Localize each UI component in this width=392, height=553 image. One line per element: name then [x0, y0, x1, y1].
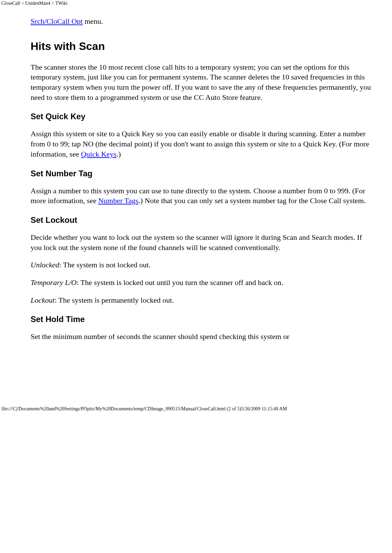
heading-set-hold-time: Set Hold Time	[31, 315, 374, 324]
lockout-permanent-line: Lockout: The system is permanently locke…	[31, 295, 374, 305]
unlocked-label: Unlocked	[31, 261, 59, 269]
lockout-unlocked-line: Unlocked: The system is not locked out.	[31, 260, 374, 270]
intro-line: Srch/CloCall Opt menu.	[31, 16, 374, 26]
set-quick-key-para: Assign this system or site to a Quick Ke…	[31, 129, 374, 159]
heading-set-lockout: Set Lockout	[31, 215, 374, 225]
number-tag-text-after: .) Note that you can only set a system n…	[139, 196, 366, 205]
set-hold-time-para: Set the minimum number of seconds the sc…	[31, 332, 374, 342]
lockout-temporary-line: Temporary L/O: The system is locked out …	[31, 278, 374, 288]
heading-set-number-tag: Set Number Tag	[31, 169, 374, 178]
lockout-label: Lockout	[31, 296, 55, 304]
heading-hits-with-scan: Hits with Scan	[31, 40, 374, 53]
number-tags-link[interactable]: Number Tags	[98, 196, 138, 205]
lockout-text: : The system is permanently locked out.	[55, 296, 174, 304]
quick-key-text-after: .)	[117, 150, 121, 158]
hits-with-scan-para: The scanner stores the 10 most recent cl…	[31, 62, 374, 103]
temporary-label: Temporary L/O	[31, 278, 77, 287]
set-lockout-para: Decide whether you want to lock out the …	[31, 232, 374, 252]
heading-set-quick-key: Set Quick Key	[31, 112, 374, 121]
page-header-breadcrumb: CloseCall < UnidenMan4 < TWiki	[0, 0, 392, 6]
temporary-text: : The system is locked out until you tur…	[77, 278, 283, 287]
intro-line-tail: menu.	[83, 17, 103, 25]
page-footer-path: file:///C|/Documents%20and%20Settings/PO…	[0, 406, 392, 412]
main-content: Srch/CloCall Opt menu. Hits with Scan Th…	[0, 6, 374, 342]
unlocked-text: : The system is not locked out.	[59, 261, 150, 269]
quick-keys-link[interactable]: Quick Keys	[81, 150, 116, 158]
set-number-tag-para: Assign a number to this system you can u…	[31, 186, 374, 206]
srch-clocall-opt-link[interactable]: Srch/CloCall Opt	[31, 17, 83, 25]
